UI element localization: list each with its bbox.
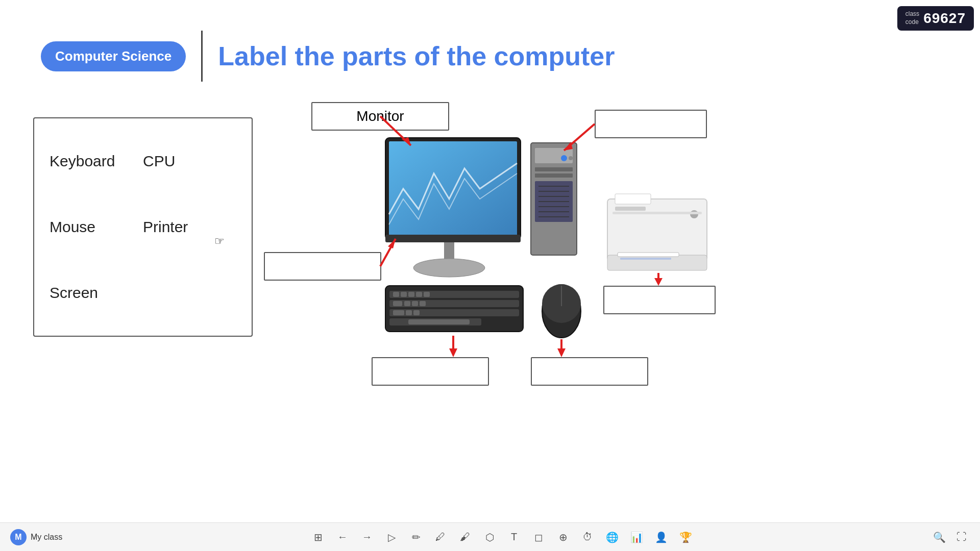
svg-rect-45 <box>615 207 646 211</box>
forward-icon[interactable]: → <box>359 529 375 545</box>
svg-rect-23 <box>389 318 481 325</box>
grid-icon[interactable]: ⊞ <box>310 529 326 545</box>
svg-rect-47 <box>612 212 702 214</box>
globe-icon[interactable]: 🌐 <box>604 529 620 545</box>
class-label-line1: class <box>905 10 919 18</box>
svg-rect-33 <box>393 310 404 315</box>
page-title: Label the parts of the computer <box>218 41 615 71</box>
svg-rect-29 <box>393 301 402 306</box>
svg-rect-20 <box>389 291 519 298</box>
header: Computer Science Label the parts of the … <box>41 31 615 82</box>
svg-marker-55 <box>449 348 457 357</box>
eraser-icon[interactable]: ⬡ <box>481 529 498 545</box>
svg-rect-36 <box>408 319 470 324</box>
svg-rect-19 <box>385 286 523 332</box>
svg-rect-5 <box>531 143 577 255</box>
svg-rect-7 <box>535 167 573 171</box>
svg-rect-26 <box>408 292 414 297</box>
header-divider <box>201 31 203 82</box>
clock-icon[interactable]: ⏱ <box>579 529 596 545</box>
svg-line-50 <box>564 124 595 151</box>
subject-badge: Computer Science <box>41 41 186 71</box>
word-bank: Keyboard CPU Mouse Printer Screen <box>33 117 253 337</box>
class-label-line2: code <box>905 18 919 27</box>
svg-point-3 <box>413 259 485 277</box>
word-printer[interactable]: Printer <box>143 218 236 236</box>
label-monitor-text: Monitor <box>356 108 404 124</box>
text-icon[interactable]: T <box>506 529 522 545</box>
svg-marker-53 <box>388 239 396 248</box>
svg-rect-27 <box>416 292 422 297</box>
svg-rect-2 <box>444 240 454 265</box>
svg-rect-41 <box>615 194 651 204</box>
svg-rect-35 <box>413 310 420 315</box>
svg-rect-0 <box>385 138 521 240</box>
svg-rect-42 <box>607 255 707 270</box>
svg-rect-24 <box>393 292 399 297</box>
zoom-icon[interactable]: ⊕ <box>555 529 571 545</box>
user-icon[interactable]: 👤 <box>653 529 669 545</box>
toolbar-right: 🔍 ⛶ <box>931 529 970 545</box>
word-mouse[interactable]: Mouse <box>50 218 143 236</box>
shape-icon[interactable]: ◻ <box>530 529 547 545</box>
svg-rect-32 <box>420 301 426 306</box>
svg-rect-40 <box>607 199 707 260</box>
select-icon[interactable]: ▷ <box>383 529 400 545</box>
word-cpu[interactable]: CPU <box>143 153 236 170</box>
highlight-icon[interactable]: 🖊 <box>432 529 449 545</box>
class-code-number: 69627 <box>923 10 966 27</box>
svg-point-46 <box>690 210 698 218</box>
svg-point-17 <box>561 155 567 161</box>
svg-point-18 <box>569 156 573 160</box>
svg-rect-34 <box>406 310 412 315</box>
svg-rect-4 <box>385 235 521 242</box>
label-box-keyboard[interactable] <box>372 357 489 386</box>
svg-rect-1 <box>389 141 517 236</box>
label-box-cpu[interactable] <box>595 110 707 138</box>
word-keyboard[interactable]: Keyboard <box>50 153 143 170</box>
search-icon[interactable]: 🔍 <box>931 529 947 545</box>
class-code-badge: class code 69627 <box>897 6 974 31</box>
back-icon[interactable]: ← <box>334 529 351 545</box>
my-class-label: My class <box>31 533 62 542</box>
svg-point-38 <box>542 284 581 323</box>
svg-marker-51 <box>564 142 573 151</box>
pen-icon[interactable]: ✏ <box>408 529 424 545</box>
svg-rect-25 <box>401 292 407 297</box>
svg-marker-49 <box>402 137 411 145</box>
svg-rect-30 <box>404 301 410 306</box>
word-screen[interactable]: Screen <box>50 284 143 302</box>
chart-icon[interactable]: 📊 <box>628 529 645 545</box>
svg-rect-9 <box>535 181 573 222</box>
svg-rect-8 <box>535 173 573 178</box>
label-box-screen[interactable] <box>264 252 381 281</box>
svg-rect-22 <box>389 309 519 316</box>
toolbar-center: ⊞ ← → ▷ ✏ 🖊 🖌 ⬡ T ◻ ⊕ ⏱ 🌐 📊 👤 🏆 <box>75 529 929 545</box>
toolbar: M My class ⊞ ← → ▷ ✏ 🖊 🖌 ⬡ T ◻ ⊕ ⏱ 🌐 📊 👤 <box>0 522 980 551</box>
fullscreen-icon[interactable]: ⛶ <box>953 529 970 545</box>
svg-marker-57 <box>557 348 566 357</box>
my-class-logo: M <box>10 529 27 545</box>
svg-point-37 <box>542 285 581 338</box>
marker-icon[interactable]: 🖌 <box>457 529 473 545</box>
toolbar-left: M My class <box>10 529 62 545</box>
svg-rect-28 <box>424 292 430 297</box>
svg-rect-21 <box>389 300 519 307</box>
label-box-printer[interactable] <box>603 286 716 314</box>
svg-line-52 <box>380 239 396 266</box>
label-box-monitor[interactable]: Monitor <box>311 102 449 131</box>
trophy-icon[interactable]: 🏆 <box>677 529 694 545</box>
svg-rect-31 <box>412 301 418 306</box>
label-box-mouse[interactable] <box>531 357 648 386</box>
svg-rect-43 <box>618 253 679 257</box>
svg-rect-6 <box>535 148 573 163</box>
svg-rect-44 <box>620 258 671 260</box>
svg-marker-59 <box>654 278 663 286</box>
